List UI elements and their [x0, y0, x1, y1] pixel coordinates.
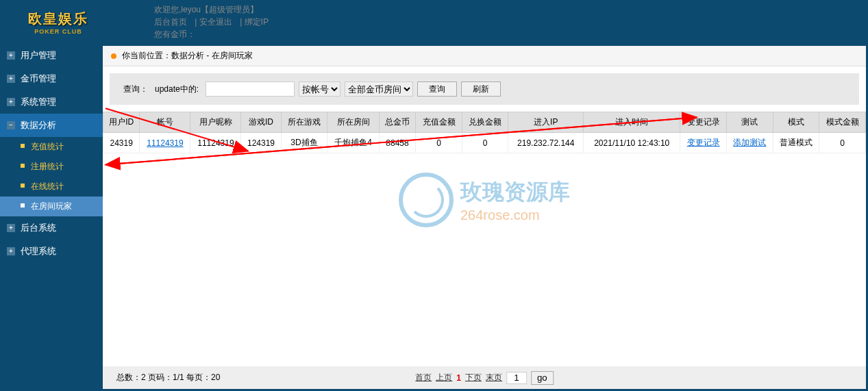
breadcrumb-dot-icon — [111, 53, 116, 59]
link-logout[interactable]: 安全退出 — [199, 17, 232, 27]
cell-recharge: 0 — [416, 133, 462, 153]
th-userid: 用户ID — [103, 112, 140, 133]
th-account: 帐号 — [140, 112, 190, 133]
logo: 欧皇娱乐 POKER CLUB — [10, 5, 106, 39]
table-header-row: 用户ID 帐号 用户昵称 游戏ID 所在游戏 所在房间 总金币 充值金额 兑换金… — [103, 112, 866, 133]
th-game: 所在游戏 — [281, 112, 327, 133]
cell-changelog-link[interactable]: 变更记录 — [687, 138, 720, 147]
th-modeamount: 模式金额 — [819, 112, 866, 133]
plus-icon: + — [7, 247, 15, 255]
cell-gameid: 124319 — [241, 133, 281, 153]
pager-current: 1 — [456, 373, 461, 383]
search-bar: 查询： update中的: 按帐号 全部金币房间 查询 刷新 — [110, 73, 859, 105]
cell-mode: 普通模式 — [773, 133, 819, 153]
search-label2: update中的: — [155, 84, 199, 95]
welcome-area: 欢迎您,leyou【超级管理员】 后台首页 | 安全退出 | 绑定IP 您有金币… — [154, 3, 274, 40]
page-info: 总数：2 页码：1/1 每页：20 — [116, 372, 220, 383]
breadcrumb-trail: 数据分析 - 在房间玩家 — [171, 50, 253, 62]
th-gameid: 游戏ID — [241, 112, 281, 133]
cell-entertime: 2021/11/10 12:43:10 — [584, 133, 680, 153]
th-gold: 总金币 — [379, 112, 415, 133]
search-label1: 查询： — [123, 84, 148, 95]
watermark: 玫瑰资源库 264rose.com — [399, 173, 570, 227]
cell-account-link[interactable]: 11124319 — [147, 138, 183, 148]
sidebar: +用户管理 +金币管理 +系统管理 −数据分析 充值统计 注册统计 在线统计 在… — [0, 44, 103, 391]
plus-icon: + — [7, 98, 15, 106]
link-bindip[interactable]: 绑定IP — [245, 17, 269, 27]
welcome-role: 【超级管理员】 — [201, 5, 258, 14]
data-table: 用户ID 帐号 用户昵称 游戏ID 所在游戏 所在房间 总金币 充值金额 兑换金… — [103, 112, 866, 153]
cell-test-link[interactable]: 添加测试 — [733, 138, 766, 147]
cell-exchange: 0 — [462, 133, 508, 153]
cell-modeamount: 0 — [819, 133, 866, 153]
pager-last[interactable]: 末页 — [486, 372, 502, 383]
search-select-by[interactable]: 按帐号 — [299, 81, 340, 97]
sidebar-item-gold[interactable]: +金币管理 — [0, 67, 103, 90]
pager-next[interactable]: 下页 — [465, 372, 482, 383]
pager-first[interactable]: 首页 — [415, 372, 432, 383]
sidebar-item-user[interactable]: +用户管理 — [0, 44, 103, 67]
search-input[interactable] — [206, 81, 295, 97]
pager-go-button[interactable]: go — [531, 371, 554, 385]
logo-sub: POKER CLUB — [34, 28, 82, 35]
breadcrumb-prefix: 你当前位置： — [122, 50, 171, 62]
plus-icon: + — [7, 51, 15, 60]
welcome-greeting: 欢迎您, — [154, 5, 181, 14]
cell-room: 千炮捕鱼4 — [327, 133, 380, 153]
sidebar-item-backend[interactable]: +后台系统 — [0, 216, 103, 240]
table-row: 24319 11124319 11124319 124319 3D捕鱼 千炮捕鱼… — [103, 133, 866, 153]
welcome-username: leyou — [181, 5, 201, 14]
cell-game: 3D捕鱼 — [281, 133, 327, 153]
sidebar-item-agent[interactable]: +代理系统 — [0, 240, 103, 263]
sidebar-sub-register[interactable]: 注册统计 — [0, 157, 103, 177]
content-area: 你当前位置： 数据分析 - 在房间玩家 查询： update中的: 按帐号 全部… — [103, 46, 866, 389]
minus-icon: − — [7, 121, 15, 129]
watermark-rose-icon — [399, 173, 454, 227]
th-exchange: 兑换金额 — [462, 112, 508, 133]
watermark-url: 264rose.com — [460, 207, 570, 223]
link-home[interactable]: 后台首页 — [154, 17, 187, 27]
th-recharge: 充值金额 — [416, 112, 462, 133]
th-test: 测试 — [727, 112, 773, 133]
pager: 首页 上页 1 下页 末页 go — [415, 371, 554, 385]
sidebar-sub-inroom[interactable]: 在房间玩家 — [0, 197, 103, 216]
footer: 总数：2 页码：1/1 每页：20 首页 上页 1 下页 末页 go — [103, 366, 866, 389]
plus-icon: + — [7, 75, 15, 83]
search-button[interactable]: 查询 — [417, 81, 457, 97]
cell-userid: 24319 — [103, 133, 140, 153]
logo-main: 欧皇娱乐 — [28, 10, 88, 28]
gold-label: 您有金币： — [154, 29, 195, 39]
breadcrumb: 你当前位置： 数据分析 - 在房间玩家 — [103, 46, 866, 66]
th-ip: 进入IP — [508, 112, 584, 133]
th-mode: 模式 — [773, 112, 819, 133]
plus-icon: + — [7, 224, 15, 232]
watermark-title: 玫瑰资源库 — [460, 177, 570, 207]
th-changelog: 变更记录 — [680, 112, 727, 133]
search-select-room[interactable]: 全部金币房间 — [345, 81, 413, 97]
cell-ip: 219.232.72.144 — [508, 133, 584, 153]
pager-prev[interactable]: 上页 — [436, 372, 452, 383]
cell-gold: 88458 — [379, 133, 415, 153]
refresh-button[interactable]: 刷新 — [461, 81, 501, 97]
sidebar-item-analytics[interactable]: −数据分析 — [0, 114, 103, 137]
sidebar-sub-recharge[interactable]: 充值统计 — [0, 137, 103, 157]
sidebar-sub-online[interactable]: 在线统计 — [0, 177, 103, 197]
pager-input[interactable] — [506, 372, 527, 384]
th-nickname: 用户昵称 — [190, 112, 241, 133]
cell-nickname: 11124319 — [190, 133, 241, 153]
sidebar-item-system[interactable]: +系统管理 — [0, 90, 103, 114]
th-room: 所在房间 — [327, 112, 380, 133]
th-entertime: 进入时间 — [584, 112, 680, 133]
